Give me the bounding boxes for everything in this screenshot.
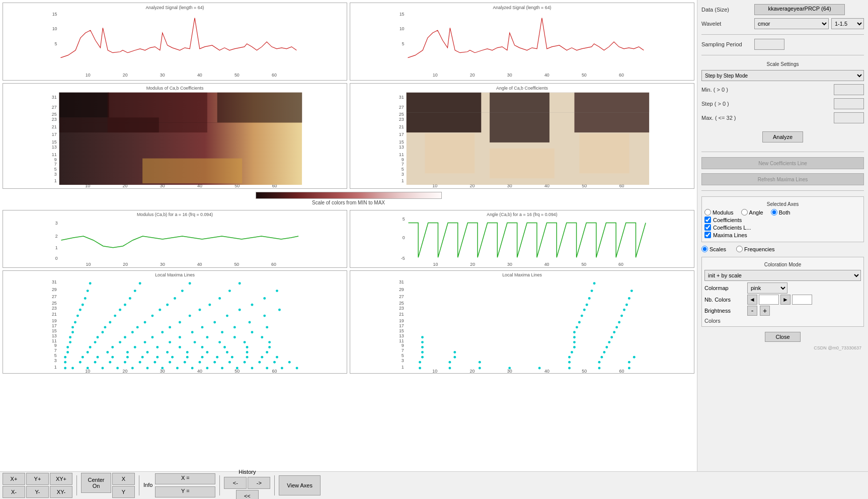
svg-text:20: 20 [123, 73, 128, 78]
svg-point-217 [179, 321, 181, 324]
step-input[interactable]: 1 [834, 98, 864, 109]
view-axes-button[interactable]: View Axes [279, 475, 321, 495]
svg-point-147 [64, 356, 66, 359]
top-left-plot: Analyzed Signal (length = 64) 15 10 5 10… [3, 3, 347, 81]
svg-text:27: 27 [52, 294, 57, 299]
yplus-button[interactable]: Y+ [26, 473, 49, 485]
xyplus-button[interactable]: XY+ [50, 473, 72, 485]
svg-text:5: 5 [54, 167, 57, 172]
bottom-left-title: Modulus (Ca,b) for a = 16 (frq = 0.094) [137, 212, 213, 217]
svg-point-145 [273, 361, 276, 364]
svg-point-171 [246, 351, 249, 353]
svg-text:25: 25 [52, 301, 57, 306]
svg-text:3: 3 [55, 221, 58, 226]
analyze-button[interactable]: Analyze [762, 131, 803, 142]
svg-point-183 [69, 341, 71, 343]
wavelet-param-select[interactable]: 1-1.5 [831, 18, 864, 29]
svg-point-179 [201, 346, 203, 348]
coloration-mode-select[interactable]: init + by scale [704, 270, 861, 281]
history-back2-button[interactable]: << [236, 490, 259, 499]
maxima-lines-checkbox[interactable] [704, 232, 711, 238]
svg-text:13: 13 [399, 333, 404, 338]
svg-text:7: 7 [54, 348, 57, 353]
maxima-lines-checkbox-item: Maxima Lines [704, 232, 861, 238]
svg-point-289 [568, 356, 571, 359]
history-section: History <- -> << [224, 469, 270, 499]
frequencies-radio[interactable] [736, 246, 743, 252]
svg-point-157 [216, 356, 218, 359]
modulus-radio[interactable] [704, 209, 711, 216]
nb-colors-minus-btn[interactable]: ◄ [747, 295, 757, 305]
svg-point-297 [573, 346, 576, 348]
scales-radio[interactable] [701, 246, 708, 252]
colormap-select[interactable]: pink [747, 282, 787, 294]
svg-point-207 [71, 326, 74, 328]
xyminus-button[interactable]: XY- [50, 486, 72, 498]
svg-text:40: 40 [197, 262, 202, 267]
coefficients-l-checkbox[interactable] [704, 224, 711, 231]
svg-text:21: 21 [399, 124, 404, 129]
svg-point-164 [106, 351, 109, 353]
svg-point-138 [169, 361, 171, 364]
center-on-button[interactable]: Center On [81, 473, 111, 493]
close-button[interactable]: Close [765, 332, 800, 342]
max-input[interactable]: 32 [834, 112, 864, 123]
svg-point-229 [199, 309, 201, 311]
svg-point-230 [239, 309, 241, 311]
brightness-minus-btn[interactable]: - [747, 306, 757, 316]
y-nav-button[interactable]: Y [112, 486, 135, 498]
svg-point-158 [231, 356, 233, 359]
wavelet-select[interactable]: cmor [754, 18, 829, 29]
svg-point-172 [266, 351, 268, 353]
sampling-input[interactable]: 1 [754, 39, 784, 50]
svg-point-234 [166, 304, 169, 306]
svg-point-125 [221, 367, 223, 370]
scale-mode-select[interactable]: Step by Step Mode [701, 70, 864, 81]
svg-point-188 [194, 341, 196, 343]
svg-point-118 [116, 367, 119, 370]
svg-rect-43 [217, 93, 302, 122]
svg-point-292 [421, 351, 424, 353]
brightness-plus-btn[interactable]: + [760, 306, 770, 316]
svg-point-313 [583, 309, 586, 311]
nb-colors-input[interactable]: 128 [792, 295, 812, 305]
svg-text:-5: -5 [401, 256, 405, 261]
svg-text:7: 7 [402, 162, 404, 167]
x-nav-button[interactable]: X [112, 473, 135, 485]
svg-point-136 [139, 361, 141, 364]
svg-text:50: 50 [234, 262, 239, 267]
colormap-row: Colormap pink [704, 282, 861, 294]
new-coeff-line-button[interactable]: New Coefficients Line [701, 157, 864, 169]
min-input[interactable]: 1 [834, 84, 864, 95]
svg-point-276 [508, 367, 511, 370]
svg-point-137 [153, 361, 156, 364]
nb-colors-plus-btn[interactable]: ► [780, 295, 791, 305]
svg-point-202 [131, 331, 134, 333]
both-radio[interactable] [771, 209, 777, 216]
xminus-button[interactable]: X- [3, 486, 25, 498]
svg-point-152 [141, 356, 144, 359]
yminus-button[interactable]: Y- [26, 486, 49, 498]
svg-point-280 [628, 367, 630, 370]
data-display: kkaverageyearPRCP (64) [754, 4, 845, 15]
svg-point-298 [605, 346, 608, 348]
history-back-button[interactable]: <- [224, 477, 247, 489]
toolbar-divider-2 [139, 475, 139, 495]
coefficients-checkbox[interactable] [704, 217, 711, 223]
svg-point-305 [573, 331, 576, 333]
svg-point-216 [144, 321, 146, 324]
xplus-button[interactable]: X+ [3, 473, 25, 485]
svg-text:20: 20 [123, 369, 128, 373]
history-forward-button[interactable]: -> [248, 477, 270, 489]
svg-point-220 [76, 315, 79, 317]
svg-text:15: 15 [399, 328, 404, 333]
nb-colors-slider[interactable] [759, 295, 779, 305]
svg-point-141 [213, 361, 216, 364]
svg-text:25: 25 [52, 112, 57, 117]
angle-radio[interactable] [741, 209, 748, 216]
svg-point-199 [261, 336, 263, 338]
refresh-maxima-button[interactable]: Refresh Maxima Lines [701, 173, 864, 185]
svg-point-195 [151, 336, 153, 338]
sampling-row: Sampling Period 1 [701, 39, 864, 50]
svg-text:1: 1 [55, 245, 58, 250]
